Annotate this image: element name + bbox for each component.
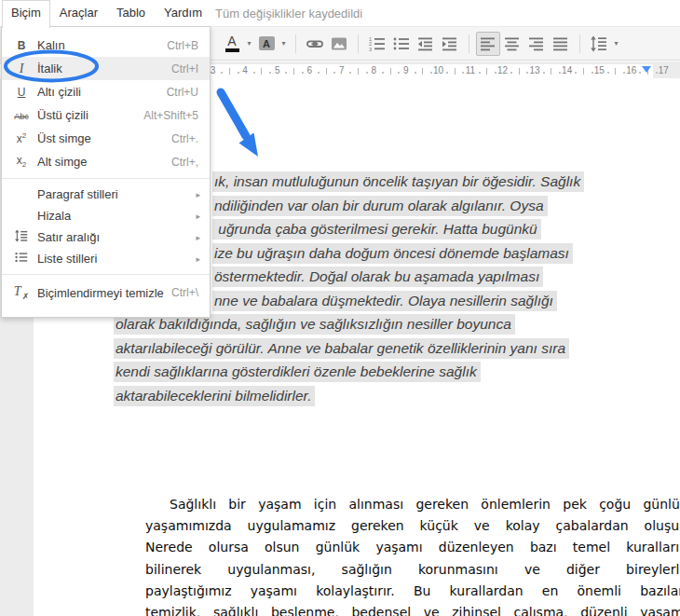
selected-text-line[interactable]: aktarılabileceği görülür. Anne ve babala… <box>114 340 569 357</box>
align-center-icon <box>504 35 521 52</box>
ruler-number: 9 <box>403 65 409 75</box>
ruler-dot <box>349 72 351 74</box>
dropdown-caret-icon[interactable]: ▾ <box>244 39 254 48</box>
numbered-list-button[interactable]: 123 <box>365 32 389 56</box>
ruler-tick <box>583 68 584 75</box>
paragraph-line[interactable]: bilinerek uygulanması, sağlığın korunmas… <box>145 559 680 581</box>
insert-image-icon <box>331 35 347 52</box>
menu-item-kalin[interactable]: BKalınCtrl+B <box>2 34 210 57</box>
ruler-tick <box>422 68 423 75</box>
right-indent-marker-icon[interactable] <box>642 66 651 73</box>
justify-button[interactable] <box>549 32 573 56</box>
align-right-button[interactable] <box>524 32 549 56</box>
insert-image-button[interactable] <box>327 32 351 56</box>
ruler-number: 7 <box>339 65 345 75</box>
selected-text-line[interactable]: ize bu uğraşın daha doğum öncesi dönemde… <box>212 245 573 262</box>
ruler-number: 15 <box>594 65 605 75</box>
align-right-icon <box>528 35 545 52</box>
menu-separator <box>2 274 210 275</box>
selected-text-line[interactable]: ndiliğinden var olan bir durum olarak al… <box>212 198 548 214</box>
superscript-icon: x2 <box>9 131 34 145</box>
menu-item-alt-simge[interactable]: x2Alt simgeCtrl+, <box>2 150 210 173</box>
selected-text-line[interactable]: uğrunda çaba gösterilmesi gerekir. Hatta… <box>212 221 541 238</box>
ruler-tick <box>519 68 520 75</box>
ruler-dot <box>462 72 464 74</box>
paragraph-line[interactable]: temizlik, sağlıklı beslenme, bedensel ve… <box>145 602 680 616</box>
ruler-dot <box>543 72 545 74</box>
ruler-dot <box>382 72 384 74</box>
bulleted-list-icon <box>393 35 410 52</box>
paragraph-line[interactable]: yaşamımızda uygulamamız gereken küçük ve… <box>145 515 680 537</box>
menu-item-hizala[interactable]: Hizala▸ <box>2 205 210 226</box>
paragraph-line[interactable]: paylaştığımız yaşamı kolaylaştırır. Bu k… <box>145 581 680 602</box>
dropdown-caret-icon[interactable]: ▾ <box>611 39 621 48</box>
menu-item-liste-stilleri[interactable]: Liste stilleri▸ <box>2 248 210 269</box>
ruler-dot <box>592 72 593 74</box>
highlighted-text: nne ve babalara düşmektedir. Olaya nesil… <box>212 291 557 311</box>
bulleted-list-button[interactable] <box>389 32 414 56</box>
list-icon <box>9 251 34 267</box>
selected-text-line[interactable]: ık, insan mutluluğunun öncelik taşıyan b… <box>212 173 584 190</box>
toolbar-separator <box>358 34 359 53</box>
increase-indent-button[interactable] <box>438 32 462 56</box>
menu-item-label: Üstü çizili <box>37 108 143 122</box>
menu-item-label: Alt simge <box>37 155 171 169</box>
paragraph-line[interactable]: Nerede olursa olsun günlük yaşamı düzenl… <box>145 537 680 558</box>
justified-paragraph[interactable]: Sağlıklı bir yaşam için alınması gereken… <box>145 494 680 616</box>
ruler-tick <box>261 68 262 75</box>
ruler-number: 8 <box>372 65 377 75</box>
menu-item-italik[interactable]: IİtalikCtrl+I <box>2 57 210 80</box>
menu-item-bicimlendirmeyi-temizle[interactable]: T✗Biçimlendirmeyi temizleCtrl+\ <box>2 280 210 306</box>
highlighted-text: aktarılabileceği görülür. Anne ve babala… <box>114 338 569 359</box>
ruler-dot <box>656 72 658 74</box>
align-center-button[interactable] <box>500 32 524 56</box>
text-color-button[interactable]: A <box>220 32 244 56</box>
menu-item-ustu-cizili[interactable]: AbcÜstü çiziliAlt+Shift+5 <box>2 103 210 127</box>
menu-item-label: Kalın <box>37 38 167 52</box>
menubar-item-bicim[interactable]: Biçim <box>2 0 50 28</box>
menu-item-satir-araligi[interactable]: Satır aralığı▸ <box>2 226 210 248</box>
selected-text-line[interactable]: aktarabileceklerini bilmelidirler. <box>114 388 315 404</box>
menu-item-shortcut: Ctrl+. <box>171 132 198 145</box>
svg-text:3: 3 <box>369 46 372 51</box>
selected-text-line[interactable]: kendi sağlıklarına gösterdikleri özenle … <box>114 363 481 380</box>
insert-link-button[interactable] <box>303 32 327 56</box>
ruler-tick <box>326 68 327 75</box>
toolbar-separator <box>295 34 296 53</box>
submenu-arrow-icon: ▸ <box>196 212 200 221</box>
submenu-arrow-icon: ▸ <box>196 254 200 264</box>
menu-item-label: Satır aralığı <box>37 230 196 244</box>
menu-item-ust-simge[interactable]: x2Üst simgeCtrl+. <box>2 127 210 150</box>
selected-text-line[interactable]: nne ve babalara düşmektedir. Olaya nesil… <box>212 293 557 309</box>
highlighted-text: uğrunda çaba gösterilmesi gerekir. Hatta… <box>212 219 541 240</box>
highlighted-text: ize bu uğraşın daha doğum öncesi dönemde… <box>212 243 573 264</box>
subscript-icon: x2 <box>9 154 34 169</box>
menubar-item-yardim[interactable]: Yardım <box>155 0 211 25</box>
line-spacing-button[interactable] <box>587 32 611 56</box>
toolbar-separator <box>579 34 580 53</box>
selected-text-line[interactable]: olarak bakıldığında, sağlığın ve sağlıks… <box>114 316 515 333</box>
menubar-item-araclar[interactable]: Araçlar <box>50 0 107 25</box>
align-left-button[interactable] <box>476 32 500 56</box>
insert-link-icon <box>306 35 323 52</box>
text-color-icon: A <box>225 34 239 52</box>
decrease-indent-button[interactable] <box>414 32 438 56</box>
menubar-item-tablo[interactable]: Tablo <box>107 0 155 25</box>
menu-item-paragraf-stilleri[interactable]: Paragraf stilleri▸ <box>2 184 210 205</box>
ruler-dot <box>302 72 304 74</box>
menu-item-label: Liste stilleri <box>37 252 196 266</box>
menu-item-alti-cizili[interactable]: UAltı çiziliCtrl+U <box>2 80 210 103</box>
strikethrough-icon: Abc <box>9 109 34 122</box>
ruler-number: 3 <box>211 65 216 75</box>
dropdown-caret-icon[interactable]: ▾ <box>279 39 289 48</box>
highlight-color-icon: A <box>259 36 275 50</box>
clear-format-icon: T✗ <box>9 284 34 300</box>
selected-text-line[interactable]: östermektedir. Doğal olarak bu aşamada y… <box>212 268 543 285</box>
ruler-dot <box>479 72 481 74</box>
menu-item-shortcut: Ctrl+\ <box>171 286 198 299</box>
menu-item-label: Biçimlendirmeyi temizle <box>37 286 171 300</box>
paragraph-line[interactable]: Sağlıklı bir yaşam için alınması gereken… <box>145 494 680 515</box>
ruler-number: 4 <box>242 65 248 75</box>
highlight-color-button[interactable]: A <box>254 32 279 56</box>
menu-item-label: İtalik <box>37 62 171 75</box>
